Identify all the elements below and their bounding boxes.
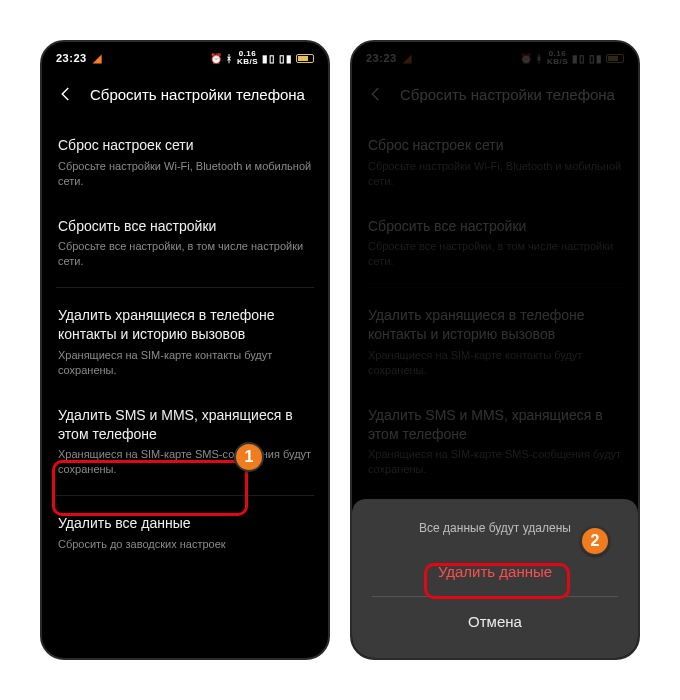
annotation-badge-1: 1: [234, 442, 264, 472]
divider: [372, 596, 618, 597]
item-title: Удалить SMS и MMS, хранящиеся в этом тел…: [58, 406, 312, 444]
bluetooth-icon: ᚼ: [226, 53, 233, 64]
net-speed: 0.16 KB/S: [237, 50, 258, 66]
confirm-bottom-sheet: Все данные будут удалены Удалить данные …: [352, 499, 638, 658]
item-title: Сброс настроек сети: [58, 136, 312, 155]
item-erase-sms[interactable]: Удалить SMS и MMS, хранящиеся в этом тел…: [56, 392, 314, 491]
item-subtitle: Сбросить до заводских настроек: [58, 537, 312, 552]
status-time: 23:23: [56, 52, 87, 64]
item-reset-network[interactable]: Сброс настроек сети Сбросьте настройки W…: [56, 122, 314, 203]
phone-screenshot-2: 23:23 ◢ ⏰ ᚼ 0.16 KB/S ▮▯ ▯▮: [350, 40, 640, 660]
item-title: Удалить хранящиеся в телефоне контакты и…: [58, 306, 312, 344]
item-reset-all-settings[interactable]: Сбросить все настройки Сбросьте все наст…: [56, 203, 314, 284]
status-accent-icon: ◢: [93, 52, 102, 65]
signal-icon-1: ▮▯: [262, 53, 275, 64]
item-title: Сбросить все настройки: [58, 217, 312, 236]
item-subtitle: Хранящиеся на SIM-карте контакты будут с…: [58, 348, 312, 378]
divider: [56, 495, 314, 496]
status-bar: 23:23 ◢ ⏰ ᚼ 0.16 KB/S ▮▯ ▯▮: [42, 42, 328, 70]
item-erase-contacts[interactable]: Удалить хранящиеся в телефоне контакты и…: [56, 292, 314, 391]
confirm-delete-button[interactable]: Удалить данные: [372, 553, 618, 590]
battery-icon: [296, 54, 314, 63]
annotation-badge-2: 2: [580, 526, 610, 556]
back-arrow-icon[interactable]: [56, 84, 76, 104]
screen-title: Сбросить настройки телефона: [90, 86, 305, 103]
item-factory-reset[interactable]: Удалить все данные Сбросить до заводских…: [56, 500, 314, 566]
divider: [56, 287, 314, 288]
item-subtitle: Хранящиеся на SIM-карте SMS-сообщения бу…: [58, 447, 312, 477]
item-subtitle: Сбросьте все настройки, в том числе наст…: [58, 239, 312, 269]
cancel-button[interactable]: Отмена: [372, 603, 618, 640]
item-subtitle: Сбросьте настройки Wi-Fi, Bluetooth и мо…: [58, 159, 312, 189]
item-title: Удалить все данные: [58, 514, 312, 533]
screen-header: Сбросить настройки телефона: [42, 70, 328, 122]
phone-screenshot-1: 23:23 ◢ ⏰ ᚼ 0.16 KB/S ▮▯ ▯▮ Сбросить нас…: [40, 40, 330, 660]
alarm-icon: ⏰: [210, 53, 223, 64]
signal-icon-2: ▯▮: [279, 53, 292, 64]
